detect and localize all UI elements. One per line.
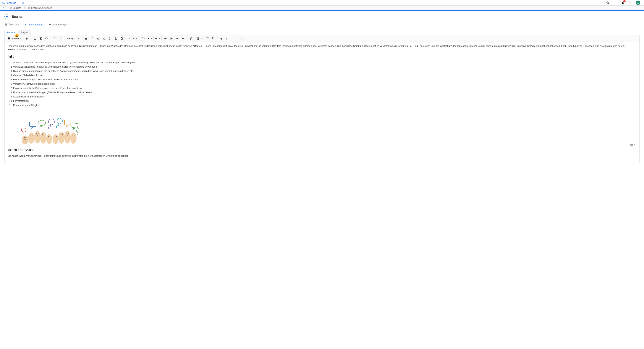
- svg-rect-14: [46, 38, 47, 39]
- svg-point-16: [109, 39, 110, 39]
- paragraph-style-select[interactable]: Paragra…: [66, 36, 81, 41]
- history-back[interactable]: [0, 5, 7, 10]
- svg-rect-5: [630, 2, 630, 3]
- language-tabs: Deutsch English A: [4, 30, 640, 35]
- svg-rect-2: [630, 1, 630, 2]
- list-item[interactable]: Kommunikationsfähigkeit: [13, 104, 636, 107]
- underline-button[interactable]: U: [95, 36, 101, 41]
- paste-button[interactable]: [119, 36, 125, 41]
- undo-button[interactable]: [52, 36, 58, 41]
- heading-voraussetzung[interactable]: Voraussetzung: [8, 148, 636, 152]
- apps-grid-icon[interactable]: [628, 1, 632, 4]
- notifications-icon[interactable]: 2: [621, 1, 624, 4]
- content-list[interactable]: Anderen Menschen einfache Fragen zu ihre…: [13, 61, 636, 107]
- svg-point-33: [52, 134, 58, 144]
- redo-button[interactable]: [58, 36, 64, 41]
- voraussetzung-paragraph[interactable]: Sie haben wenig Vorkenntnisse. Fortsetzu…: [8, 154, 636, 158]
- font-size-select[interactable]: 10 pt: [127, 36, 138, 41]
- upload-button[interactable]: [32, 36, 38, 41]
- text-format-button[interactable]: TT: [224, 36, 230, 41]
- clear-format-button[interactable]: [232, 36, 238, 41]
- outdent-button[interactable]: [175, 36, 180, 41]
- indent-button[interactable]: [180, 36, 186, 41]
- indent-icon: [182, 37, 185, 40]
- svg-point-28: [22, 135, 28, 144]
- list-item[interactable]: Vertraute, alltägliche Ausdrücke und ein…: [13, 65, 636, 68]
- video-button[interactable]: [44, 36, 50, 41]
- list-item[interactable]: Einfache schriftliche Dokumente verstehe…: [13, 87, 636, 89]
- delete-button[interactable]: [24, 36, 30, 41]
- copy-button[interactable]: [113, 36, 119, 41]
- source-button[interactable]: [238, 36, 244, 41]
- bullet-list-button[interactable]: [163, 36, 168, 41]
- code-icon: [240, 37, 243, 40]
- highlight-button[interactable]: [147, 36, 152, 41]
- italic-button[interactable]: I: [89, 36, 95, 41]
- breadcrumb: Englisch Englisch Grundlagen: [7, 5, 54, 10]
- tab-label: Einstellungen: [53, 23, 67, 26]
- clear-icon: [234, 37, 236, 40]
- strike-button[interactable]: S: [101, 36, 107, 41]
- close-icon[interactable]: [22, 2, 24, 4]
- add-icon[interactable]: [614, 1, 617, 4]
- breadcrumb-level1[interactable]: Englisch: [13, 7, 21, 9]
- table-button[interactable]: [196, 36, 202, 41]
- breadcrumb-bar: Englisch Englisch Grundlagen: [0, 5, 644, 11]
- link-button[interactable]: [188, 36, 194, 41]
- svg-point-51: [67, 133, 67, 134]
- video-icon: [45, 37, 48, 40]
- svg-point-50: [62, 134, 62, 135]
- font-size-increase-button[interactable]: tT: [218, 36, 224, 41]
- svg-point-21: [164, 38, 165, 39]
- editor-toolbar: Speichern Paragra… B I U S 10 pt A 123: [4, 35, 640, 42]
- lang-tab-de[interactable]: Deutsch: [4, 30, 18, 35]
- image-icon: [40, 37, 42, 40]
- save-button[interactable]: Speichern: [6, 36, 24, 41]
- svg-rect-3: [631, 1, 631, 2]
- app-tab[interactable]: Englisch: [0, 0, 27, 5]
- bold-button[interactable]: B: [84, 36, 89, 41]
- editor-body[interactable]: Dieser Grundkurs ist die schnellste Mögl…: [4, 42, 640, 163]
- list-item[interactable]: Lernstrategien: [13, 99, 636, 102]
- heading-inhalt[interactable]: Inhalt: [8, 54, 636, 59]
- list-item[interactable]: Verstehen, Nichtverstehen ausdrücken: [13, 82, 636, 85]
- list-item[interactable]: Anderen Menschen einfache Fragen zu ihre…: [13, 61, 636, 64]
- align-left-icon: [155, 37, 158, 40]
- number-list-button[interactable]: 123: [169, 36, 174, 41]
- top-actions: 2 CB: [606, 0, 644, 5]
- tab-settings[interactable]: Einstellungen: [49, 22, 67, 27]
- tab-label: Übersicht: [8, 23, 19, 26]
- intro-paragraph[interactable]: Dieser Grundkurs ist die schnellste Mögl…: [8, 44, 636, 51]
- svg-point-36: [70, 133, 76, 144]
- align-button[interactable]: [155, 36, 160, 41]
- subscript-button[interactable]: X2: [210, 36, 216, 41]
- search-icon[interactable]: [606, 1, 610, 4]
- link-icon: [190, 37, 193, 40]
- breadcrumb-level2[interactable]: Englisch Grundlagen: [31, 7, 52, 9]
- tab-overview[interactable]: Übersicht: [4, 22, 19, 27]
- save-label: Speichern: [11, 37, 22, 40]
- avatar[interactable]: CB: [636, 0, 640, 5]
- page-title-icon: [4, 14, 9, 19]
- text-color-button[interactable]: A: [141, 36, 146, 41]
- svg-point-41: [36, 133, 37, 134]
- embedded-image[interactable]: [14, 110, 636, 145]
- list-item[interactable]: Soziokulturelle Informationen: [13, 95, 636, 98]
- svg-point-35: [64, 131, 70, 143]
- upload-icon: [34, 37, 36, 40]
- cut-button[interactable]: [107, 36, 113, 41]
- svg-rect-8: [630, 3, 630, 4]
- tab-description[interactable]: Beschreibung: [24, 22, 43, 27]
- list-item[interactable]: Sich an einem unbekannten Ort orientiere…: [13, 70, 636, 72]
- list-item[interactable]: Notizen und kurze Mitteilungen (E-Mails,…: [13, 91, 636, 94]
- superscript-button[interactable]: X2: [204, 36, 210, 41]
- list-item[interactable]: Gefallen / Missfallen äussern: [13, 74, 636, 77]
- image-button[interactable]: [38, 36, 44, 41]
- outdent-icon: [176, 37, 179, 40]
- lang-tab-en[interactable]: English: [18, 30, 31, 35]
- save-icon: [8, 37, 10, 40]
- svg-point-37: [24, 137, 25, 138]
- list-ul-icon: [164, 37, 167, 40]
- list-item[interactable]: Einfache Mitteilungen über alltägliche k…: [13, 78, 636, 81]
- main-tabs: Übersicht Beschreibung Einstellungen: [4, 22, 640, 27]
